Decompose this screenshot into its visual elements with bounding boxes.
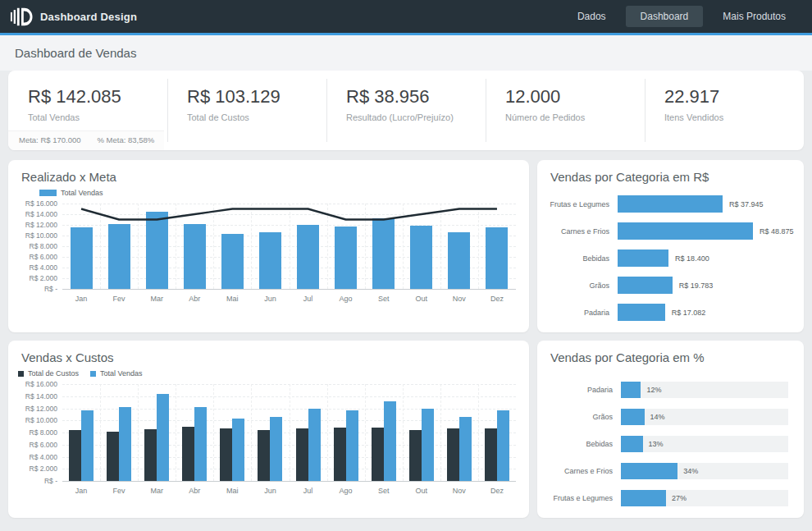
- kpi-resultado-lucro-prejuizo: R$ 38.956Resultado (Lucro/Prejuízo): [326, 71, 486, 150]
- legend-swatch: [39, 190, 57, 196]
- plot-area: [62, 204, 516, 290]
- legend-label: Total de Custos: [28, 369, 79, 378]
- legend-swatch: [18, 371, 24, 377]
- nav-menu: DadosDashboardMais Produtos: [563, 6, 801, 27]
- percent-track: 12%: [621, 382, 788, 398]
- column-total-vendas: [184, 224, 206, 289]
- percent-row-bebidas: Bebidas13%: [545, 430, 791, 457]
- x-axis: JanFevMarAbrMaiJunJulAgoSetOutNovDez: [62, 482, 516, 495]
- app-root: Dashboard Design DadosDashboardMais Prod…: [0, 0, 812, 531]
- nav-item-dados[interactable]: Dados: [563, 6, 621, 27]
- percent-track: 34%: [621, 463, 788, 479]
- bar-group-out: [403, 204, 440, 289]
- bar-group-nov: [440, 204, 478, 289]
- column-total-vendas: [259, 232, 281, 289]
- x-axis-label: Fev: [100, 290, 138, 303]
- percent-track: 27%: [621, 490, 788, 506]
- category-row-frutas-e-legumes: Frutas e LegumesR$ 37.945: [545, 190, 799, 217]
- kpi-label: Total Vendas: [28, 112, 167, 122]
- legend-vendas-custos: Total de CustosTotal Vendas: [18, 369, 529, 378]
- x-axis-label: Fev: [100, 482, 138, 495]
- x-axis-label: Ago: [327, 482, 365, 495]
- x-axis-label: Jun: [251, 290, 289, 303]
- nav-item-dashboard[interactable]: Dashboard: [626, 6, 704, 27]
- x-axis-label: Abr: [176, 290, 213, 303]
- kpi-value: R$ 38.956: [346, 86, 486, 108]
- bar-group-fev: [100, 204, 138, 289]
- x-axis: JanFevMarAbrMaiJunJulAgoSetOutNovDez: [62, 290, 516, 303]
- percent-bar: [621, 463, 677, 479]
- column-total-vendas: [497, 410, 509, 481]
- percent-label: Grãos: [545, 413, 621, 421]
- column-total-vendas: [71, 227, 93, 289]
- x-axis-label: Nov: [440, 482, 478, 495]
- x-axis-label: Jul: [289, 290, 326, 303]
- plot-column: JanFevMarAbrMaiJunJulAgoSetOutNovDez: [62, 384, 516, 495]
- column-total-de-custos: [485, 428, 497, 481]
- column-total-vendas: [422, 409, 434, 481]
- y-axis-label: R$ 16.000: [25, 199, 57, 208]
- x-axis-label: Mar: [138, 482, 176, 495]
- kpi-numero-de-pedidos: 12.000Número de Pedidos: [486, 71, 645, 150]
- category-row-padaria: PadariaR$ 17.082: [545, 299, 799, 326]
- plot-area: [62, 384, 516, 482]
- x-axis-label: Mar: [138, 290, 176, 303]
- bar-group-jul: [289, 384, 326, 481]
- bar-group-jul: [289, 204, 326, 289]
- category-bar: [618, 304, 665, 321]
- category-label: Padaria: [545, 309, 618, 317]
- x-axis-label: Abr: [176, 482, 213, 495]
- kpi-total-de-custos: R$ 103.129Total de Custos: [167, 71, 326, 150]
- percent-row-carnes-e-frios: Carnes e Frios34%: [545, 457, 791, 484]
- kpi-label: Número de Pedidos: [505, 112, 645, 122]
- y-axis-label: R$ 8.000: [30, 428, 58, 437]
- legend-realizado-meta: Total Vendas: [39, 189, 529, 197]
- bar-group-jan: [62, 204, 100, 289]
- panel-realizado-meta: Realizado x Meta Total Vendas R$ 16.000R…: [8, 160, 529, 332]
- column-total-vendas: [232, 419, 244, 481]
- brand: Dashboard Design: [10, 7, 137, 27]
- chart-title-categoria-pct: Vendas por Categoria em %: [550, 350, 791, 364]
- column-total-vendas: [346, 410, 358, 481]
- y-axis-label: R$ -: [44, 285, 57, 293]
- category-row-bebidas: BebidasR$ 18.400: [545, 245, 799, 272]
- percent-row-graos: Grãos14%: [545, 403, 791, 430]
- kpi-value: 22.917: [664, 86, 804, 108]
- x-axis-label: Mai: [213, 482, 251, 495]
- y-axis-label: R$ 6.000: [30, 441, 58, 449]
- hbar-chart-categoria-pct: Padaria12%Grãos14%Bebidas13%Carnes e Fri…: [545, 376, 791, 511]
- column-total-de-custos: [220, 428, 232, 481]
- legend-total-vendas: Total Vendas: [39, 189, 103, 197]
- percent-value: 27%: [672, 494, 687, 502]
- x-axis-label: Set: [365, 482, 403, 495]
- legend-swatch: [90, 371, 96, 377]
- kpi-itens-vendidos: 22.917Itens Vendidos: [645, 71, 804, 150]
- column-total-vendas: [157, 394, 169, 481]
- column-chart-vendas-custos: R$ 16.000R$ 14.000R$ 12.000R$ 10.000R$ 8…: [8, 382, 529, 495]
- kpi-value: R$ 142.085: [28, 86, 167, 108]
- page-header: Dashboard de Vendas: [0, 35, 812, 71]
- brand-logo-icon: [10, 7, 33, 27]
- category-label: Grãos: [545, 282, 618, 290]
- panels-grid: Realizado x Meta Total Vendas R$ 16.000R…: [0, 160, 812, 518]
- percent-bar: [621, 490, 666, 506]
- bar-group-set: [365, 204, 403, 289]
- category-value: R$ 37.945: [729, 200, 764, 208]
- kpi-label: Total de Custos: [187, 112, 326, 122]
- bar-group-dez: [478, 204, 516, 289]
- column-total-de-custos: [334, 428, 346, 481]
- y-axis-label: R$ 2.000: [30, 274, 58, 282]
- x-axis-label: Jun: [251, 482, 289, 495]
- column-total-vendas: [384, 401, 396, 481]
- brand-name: Dashboard Design: [40, 11, 137, 23]
- percent-track: 13%: [621, 436, 788, 452]
- x-axis-label: Nov: [440, 290, 478, 303]
- bar-group-jun: [251, 384, 289, 481]
- nav-item-mais-produtos[interactable]: Mais Produtos: [708, 6, 801, 27]
- legend-total-vendas: Total Vendas: [90, 369, 143, 378]
- category-bar: [618, 222, 753, 240]
- chart-title-realizado-meta: Realizado x Meta: [21, 170, 516, 184]
- column-total-de-custos: [69, 430, 81, 481]
- bar-group-dez: [478, 384, 516, 481]
- x-axis-label: Ago: [327, 290, 365, 303]
